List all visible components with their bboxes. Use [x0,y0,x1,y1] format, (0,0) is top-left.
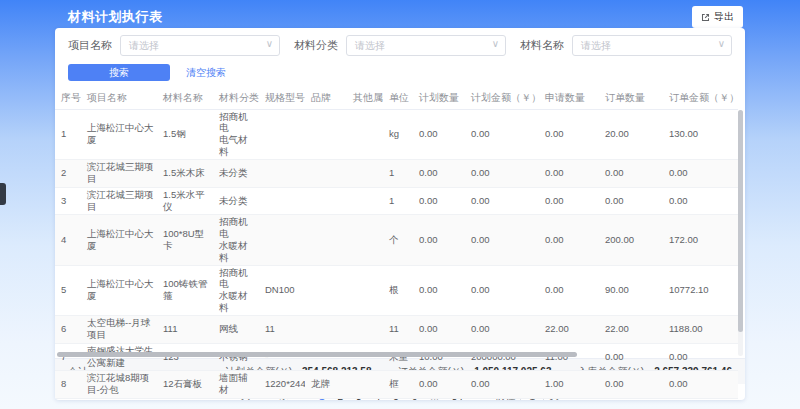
table-cell: 130.00 [663,109,738,160]
main-card: 项目名称 请选择 ∨ 材料分类 请选择 ∨ 材料名称 请选择 ∨ [55,28,745,400]
table-cell: 22.00 [539,316,599,344]
table-cell: 9 [55,398,81,400]
table-cell: kg [383,109,413,160]
table-cell: 招商机电 水暖材料 [213,265,259,316]
table-cell: 10772.10 [663,265,738,316]
table-cell: 0.00 [465,316,539,344]
table-cell: 156.80 [663,398,738,400]
field-material-category: 材料分类 请选择 ∨ [294,35,506,56]
table-cell: 22.00 [599,316,663,344]
filter-panel: 项目名称 请选择 ∨ 材料分类 请选择 ∨ 材料名称 请选择 ∨ [55,28,745,81]
table-cell: 0.00 [413,187,465,215]
table-row[interactable]: 4上海松江中心大厦100*8U型卡招商机电 水暖材料个0.000.000.002… [55,215,738,266]
table-cell: 1.00 [539,371,599,399]
table-cell: 上海松江中心大厦 [81,398,157,400]
table-cell: 0.00 [663,160,738,188]
table-cell [259,160,305,188]
chevron-down-icon: ∨ [718,38,725,49]
table-cell: 招商机电 水暖材料 [213,398,259,400]
column-header: 材料名称 [157,88,213,109]
material-category-select[interactable]: 请选择 ∨ [346,35,506,56]
table-cell: 个 [383,398,413,400]
table-row[interactable]: 2滨江花城三期项目1.5米木床未分类10.000.000.000.000.00 [55,160,738,188]
chevron-down-icon: ∨ [492,38,499,49]
column-header: 序号 [55,88,81,109]
table-cell: 0.00 [465,371,539,399]
table-cell [259,187,305,215]
table-row[interactable]: 3滨江花城三期项目1.5米水平仪未分类10.000.000.000.000.00 [55,187,738,215]
chevron-down-icon: ∨ [266,38,273,49]
table-row[interactable]: 8滨江花城8期项目-分包12石膏板墙面辅材1220*2440*12龙牌框0.00… [55,371,738,399]
table-row[interactable]: 5上海松江中心大厦100铸铁管箍招商机电 水暖材料DN100根0.000.000… [55,265,738,316]
hscroll-thumb[interactable] [57,352,577,357]
table-cell: 1220*2440*12 [259,371,305,399]
table-cell: 0.00 [663,371,738,399]
material-category-label: 材料分类 [294,38,338,53]
sidebar-handle[interactable] [0,183,6,205]
table-cell: 100*8U型卡 [157,215,213,266]
table-cell: 1.5钢 [157,109,213,160]
column-header: 计划数量 [413,88,465,109]
table-cell: 个 [383,215,413,266]
table-cell: 1 [55,109,81,160]
column-header: 规格型号 [259,88,305,109]
table-cell: 90.00 [599,265,663,316]
table-cell: 0.00 [599,160,663,188]
column-header: 计划金额（￥） [465,88,539,109]
column-header: 材料分类 [213,88,259,109]
table-cell: 1 [383,160,413,188]
table-cell [347,316,383,344]
data-table: 序号项目名称材料名称材料分类规格型号品牌其他属性单位计划数量计划金额（￥）申请数… [55,88,745,358]
table-cell: 招商机电 电气材料 [213,109,259,160]
table-cell: 上海松江中心大厦 [81,109,157,160]
table-cell: 4 [55,215,81,266]
table-row[interactable]: 9上海松江中心大厦150*10U型卡招商机电 水暖材料个0.000.000.00… [55,398,738,400]
table-cell: 0.00 [413,398,465,400]
table-cell: 上海松江中心大厦 [81,215,157,266]
table-cell: 3 [55,187,81,215]
table-cell: 150*10U型卡 [157,398,213,400]
table-cell: 0.00 [413,265,465,316]
select-placeholder: 请选择 [581,39,611,53]
table-cell [305,265,347,316]
select-placeholder: 请选择 [129,39,159,53]
page-title: 材料计划执行表 [68,8,163,26]
table-cell: 滨江花城8期项目-分包 [81,371,157,399]
table-cell [305,109,347,160]
vscroll-thumb[interactable] [738,110,743,332]
column-header: 品牌 [305,88,347,109]
table-cell: 0.00 [539,215,599,266]
field-material-name: 材料名称 请选择 ∨ [520,35,732,56]
table-cell [305,398,347,400]
table-cell: 0.00 [539,160,599,188]
search-button[interactable]: 搜索 [68,64,170,81]
table-cell: 框 [383,371,413,399]
horizontal-scrollbar[interactable] [57,352,737,358]
table-cell: 1.5米木床 [157,160,213,188]
table-cell: 2 [55,160,81,188]
table-cell [305,160,347,188]
column-header: 订单金额（￥） [663,88,738,109]
table-cell [347,109,383,160]
table-cell: 100铸铁管箍 [157,265,213,316]
project-name-select[interactable]: 请选择 ∨ [120,35,280,56]
table-cell: 0.00 [413,160,465,188]
export-icon [701,13,710,22]
table-row[interactable]: 1上海松江中心大厦1.5钢招商机电 电气材料kg0.000.000.0020.0… [55,109,738,160]
material-name-select[interactable]: 请选择 ∨ [572,35,732,56]
column-header: 其他属性 [347,88,383,109]
export-button[interactable]: 导出 [692,6,743,28]
table-cell [305,215,347,266]
table-cell: 0.00 [539,398,599,400]
table-cell [259,398,305,400]
clear-search-link[interactable]: 清空搜索 [186,66,226,80]
table-row[interactable]: 6太空电梯--月球项目111网线11110.000.0022.0022.0011… [55,316,738,344]
table-cell: 0.00 [465,398,539,400]
table-cell: 111 [157,316,213,344]
table-cell: 0.00 [539,109,599,160]
table-cell: 招商机电 水暖材料 [213,215,259,266]
table-cell: DN100 [259,265,305,316]
vertical-scrollbar[interactable] [738,110,743,356]
table-cell: 172.00 [663,215,738,266]
table-cell [347,371,383,399]
